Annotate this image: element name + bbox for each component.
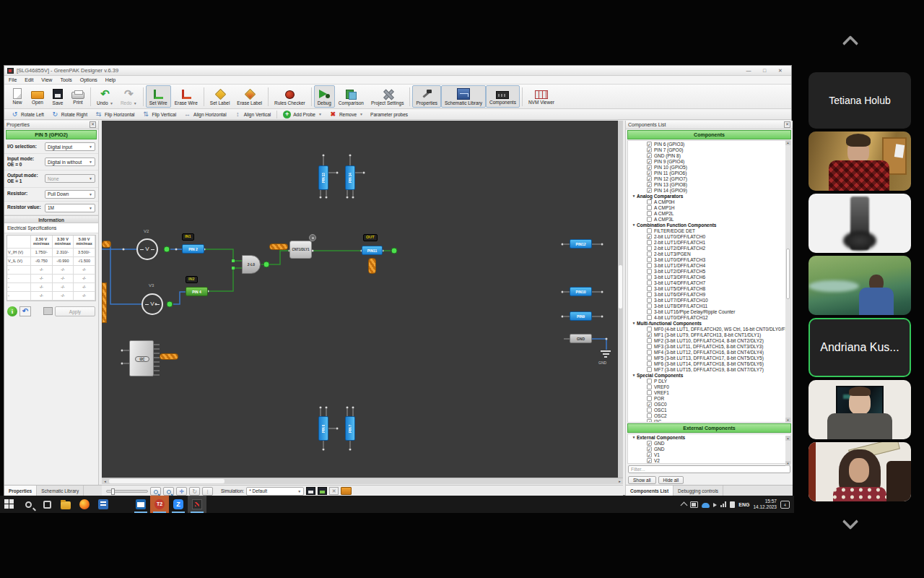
voltage-source[interactable]: V <box>141 293 163 315</box>
toolbar-add-probe-button[interactable]: Add Probe▼ <box>279 110 326 119</box>
vertical-pin-block[interactable]: PIN 7 <box>345 416 355 441</box>
component-item[interactable]: OSC1 <box>628 407 790 413</box>
net-label[interactable]: OUT <box>363 234 378 241</box>
component-checkbox[interactable] <box>647 379 652 384</box>
toolbar-properties-button[interactable]: Properties <box>412 85 441 108</box>
network-icon[interactable] <box>720 501 726 507</box>
component-item[interactable]: ✓PIN 11 (GPIO6) <box>628 170 790 176</box>
component-checkbox[interactable] <box>647 407 652 413</box>
outlook-icon[interactable] <box>131 496 150 513</box>
toolbar-redo-button[interactable]: Redo ▼ <box>117 85 141 108</box>
component-item[interactable]: ✓PIN 6 (GPIO3) <box>628 141 790 147</box>
counter-delay-block[interactable]: CNT1/DLY1 <box>289 241 312 259</box>
participant-tile-active-speaker[interactable]: Andriana Kus... <box>808 318 911 377</box>
info-icon[interactable]: i <box>7 306 17 316</box>
component-item[interactable]: 3-bit LUT4/DFF/LATCH7 <box>628 280 790 285</box>
component-item[interactable]: ✓PIN 12 (GPIO7) <box>628 176 790 181</box>
tray-expand-icon[interactable] <box>681 502 688 509</box>
menu-tools[interactable]: Tools <box>60 77 71 82</box>
component-item[interactable]: 3-bit LUT5/DFF/LATCH8 <box>628 285 790 291</box>
pin-block[interactable]: PIN9 <box>570 311 592 321</box>
component-item[interactable]: OSC2 <box>628 413 790 418</box>
close-icon[interactable]: ✕ <box>784 121 790 128</box>
onedrive-icon[interactable] <box>702 503 710 508</box>
hide-all-button[interactable]: Hide all <box>658 476 684 484</box>
filter-input[interactable]: Filter... <box>628 465 790 473</box>
component-checkbox[interactable]: ✓ <box>647 153 652 158</box>
component-item[interactable]: VREF1 <box>628 389 790 395</box>
component-checkbox[interactable] <box>647 390 652 395</box>
component-item[interactable]: ✓PIN 7 (GPO0) <box>628 147 790 152</box>
component-item[interactable]: ✓I2C <box>628 418 790 423</box>
component-item[interactable]: MF4 (3-bit LUT12, DFF/LATCH16, 8-bit CNT… <box>628 349 790 355</box>
toolbar-undo-button[interactable]: Undo ▼ <box>93 85 117 108</box>
component-checkbox[interactable] <box>647 205 652 210</box>
simulation-dropdown[interactable]: * Default▼ <box>246 487 304 496</box>
component-group[interactable]: ▾Combination Function Components <box>628 222 790 228</box>
apply-button[interactable]: Apply <box>55 306 95 316</box>
component-group[interactable]: ▾Special Components <box>628 372 790 378</box>
menu-view[interactable]: View <box>41 77 52 82</box>
component-item[interactable]: MF5 (3-bit LUT13, DFF/LATCH17, 8-bit CNT… <box>628 355 790 361</box>
speaker-icon[interactable] <box>713 503 717 507</box>
clipped-probe[interactable] <box>102 241 111 248</box>
toolbar-set-label-button[interactable]: Set Label <box>206 85 233 108</box>
component-checkbox[interactable]: ✓ <box>647 147 652 152</box>
toolbar-align-vertical-button[interactable]: ↕Align Vertical <box>230 110 275 119</box>
component-checkbox[interactable] <box>647 269 652 274</box>
firefox-icon[interactable] <box>75 496 94 513</box>
component-checkbox[interactable] <box>647 257 652 262</box>
io-selection-dropdown[interactable]: Digital input▼ <box>45 142 95 151</box>
component-checkbox[interactable] <box>647 303 652 309</box>
component-item[interactable]: A CMP2L <box>628 210 790 216</box>
component-item[interactable]: ✓GND <box>628 440 790 446</box>
component-item[interactable]: ✓V2 <box>628 457 790 463</box>
tab-properties[interactable]: Properties <box>4 486 37 496</box>
component-checkbox[interactable] <box>647 292 652 297</box>
pin-block[interactable]: PIN 2 <box>182 244 204 254</box>
component-checkbox[interactable]: ✓ <box>647 182 652 187</box>
toolbar-project-settings-button[interactable]: Project Settings <box>367 85 408 108</box>
scroll-participants-down-icon[interactable] <box>839 517 865 529</box>
save-icon[interactable] <box>43 307 53 315</box>
component-item[interactable]: MF6 (3-bit LUT14, DFF/LATCH18, 8-bit CNT… <box>628 361 790 366</box>
component-checkbox[interactable]: ✓ <box>647 458 652 463</box>
toolbar-save-button[interactable]: Save <box>48 85 68 108</box>
component-checkbox[interactable] <box>647 367 652 372</box>
component-item[interactable]: 3-bit LUT0/DFF/LATCH3 <box>628 256 790 262</box>
component-checkbox[interactable] <box>647 246 652 251</box>
minimize-button[interactable]: — <box>741 66 757 75</box>
component-item[interactable]: 2-bit LUT3/PGEN <box>628 251 790 256</box>
component-checkbox[interactable]: ✓ <box>647 447 652 452</box>
toolbar-flip-vertical-button[interactable]: ⇅Flip Vertical <box>139 110 180 119</box>
component-checkbox[interactable] <box>647 327 652 332</box>
close-icon[interactable]: ✕ <box>90 121 96 128</box>
component-item[interactable]: 2-bit LUT1/DFF/LATCH1 <box>628 239 790 245</box>
schematic-canvas[interactable]: PIN 13 PIN 14 PIN 6 PIN 7 V2 V V3 V IN1 … <box>102 121 623 478</box>
component-checkbox[interactable] <box>647 275 652 280</box>
scroll-left-icon[interactable]: ◂ <box>102 478 108 484</box>
component-item[interactable]: ✓GND (PIN 8) <box>628 152 790 158</box>
component-checkbox[interactable] <box>647 280 652 285</box>
zoom-app-icon[interactable]: Z <box>169 496 188 513</box>
component-group[interactable]: ▾External Components <box>628 434 790 440</box>
component-item[interactable]: ✓V1 <box>628 452 790 457</box>
component-checkbox[interactable] <box>647 228 652 233</box>
file-explorer-icon[interactable] <box>56 496 75 513</box>
toolbar-debug-button[interactable]: Debug <box>314 85 335 108</box>
component-checkbox[interactable]: ✓ <box>647 441 652 446</box>
tab-schematic-library[interactable]: Schematic Library <box>37 486 84 496</box>
toolbar-erase-wire-button[interactable]: Erase Wire <box>171 85 201 108</box>
component-item[interactable]: ✓PIN 14 (GPIO9) <box>628 187 790 193</box>
chevron-down-icon[interactable]: ▼ <box>318 112 322 116</box>
component-checkbox[interactable]: ✓ <box>647 159 652 164</box>
component-checkbox[interactable] <box>647 361 652 366</box>
component-checkbox[interactable] <box>647 263 652 268</box>
load-sim-icon[interactable] <box>318 487 327 495</box>
revert-icon[interactable]: ↶ <box>19 306 31 316</box>
start-button[interactable] <box>0 496 19 513</box>
greenpak-app-icon[interactable] <box>188 496 206 513</box>
resistor-dropdown[interactable]: Pull Down▼ <box>45 190 95 199</box>
component-item[interactable]: MF3 (3-bit LUT11, DFF/LATCH15, 8-bit CNT… <box>628 343 790 349</box>
toolbar-components-button[interactable]: Components <box>486 85 520 108</box>
